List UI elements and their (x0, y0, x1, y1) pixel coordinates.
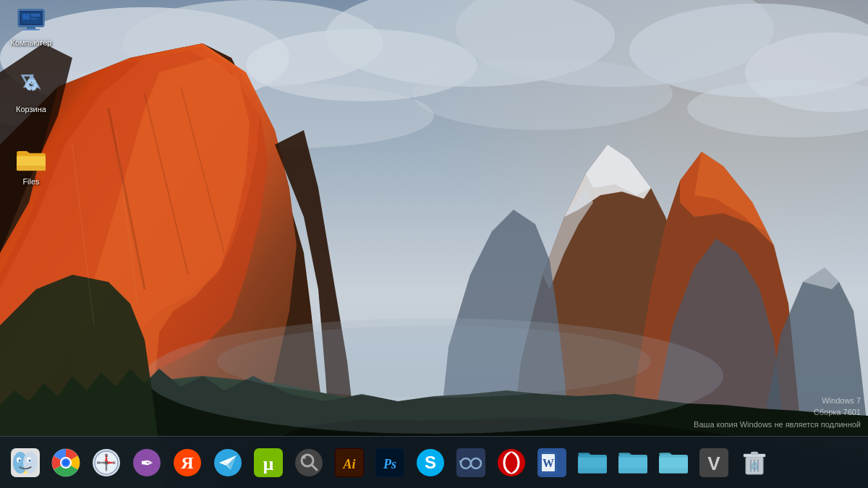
svg-point-35 (217, 325, 651, 398)
svg-text:Ai: Ai (342, 457, 355, 471)
svg-text:♻: ♻ (750, 461, 760, 472)
svg-rect-49 (31, 18, 37, 20)
taskbar-icon-safari[interactable]: N S W E (87, 443, 126, 482)
svg-point-70 (63, 460, 69, 466)
computer-icon-label: Компьютер (11, 38, 52, 48)
svg-point-11 (412, 58, 673, 130)
svg-rect-44 (27, 27, 35, 29)
taskbar-icon-utorrent[interactable]: µ (249, 443, 288, 482)
taskbar-icon-folder2[interactable] (613, 443, 652, 482)
taskbar: 📁 (0, 436, 868, 488)
taskbar-icon-yandex[interactable]: Я (168, 443, 207, 482)
svg-rect-57 (17, 166, 46, 171)
taskbar-icon-chrome[interactable] (46, 443, 85, 482)
taskbar-icon-feather[interactable]: ✒ (127, 443, 166, 482)
taskbar-icon-opera[interactable] (492, 443, 531, 482)
svg-rect-48 (31, 14, 40, 17)
svg-text:V: V (707, 453, 720, 474)
svg-point-93 (303, 456, 306, 459)
desktop-icon-recycle[interactable]: ♻ Корзина (6, 72, 56, 114)
recycle-icon-label: Корзина (16, 105, 46, 114)
svg-rect-121 (618, 468, 647, 473)
svg-rect-124 (659, 468, 688, 473)
desktop-icon-files[interactable]: Files (6, 145, 56, 187)
svg-text:W: W (542, 457, 554, 469)
svg-text:Ps: Ps (383, 457, 396, 471)
taskbar-icon-folder3[interactable] (654, 443, 693, 482)
svg-rect-47 (22, 14, 30, 20)
taskbar-icon-trash[interactable]: ♻ (735, 443, 774, 482)
desktop: Компьютер ♻ Корзина Files (0, 0, 868, 488)
computer-icon (16, 6, 46, 36)
svg-line-106 (460, 461, 461, 463)
taskbar-icon-finder[interactable]: 📁 (6, 443, 45, 482)
taskbar-icon-word[interactable]: W (532, 443, 571, 482)
svg-text:W: W (97, 461, 101, 465)
desktop-icon-computer[interactable]: Компьютер (6, 6, 56, 48)
svg-text:S: S (425, 453, 436, 472)
svg-rect-118 (578, 468, 607, 473)
svg-text:N: N (105, 453, 108, 458)
svg-text:📁: 📁 (23, 470, 28, 475)
svg-rect-45 (22, 29, 40, 30)
taskbar-icon-skype[interactable]: S (411, 443, 450, 482)
svg-text:Я: Я (181, 453, 193, 472)
files-icon-label: Files (22, 177, 39, 187)
taskbar-icon-presenter[interactable] (451, 443, 490, 482)
svg-point-65 (29, 459, 31, 461)
taskbar-icon-search[interactable] (289, 443, 328, 482)
svg-rect-129 (751, 452, 758, 455)
svg-text:✒: ✒ (140, 454, 153, 472)
svg-text:µ: µ (263, 453, 274, 474)
files-folder-icon (16, 145, 46, 175)
svg-point-64 (19, 459, 21, 461)
taskbar-icon-telegram[interactable] (208, 443, 247, 482)
taskbar-icon-folder1[interactable] (573, 443, 612, 482)
svg-text:♻: ♻ (24, 77, 38, 95)
taskbar-icon-illustrator[interactable]: Ai (330, 443, 369, 482)
taskbar-icon-v[interactable]: V (694, 443, 733, 482)
svg-point-78 (105, 461, 108, 464)
wallpaper (0, 0, 868, 488)
svg-point-90 (295, 449, 323, 476)
taskbar-icon-photoshop[interactable]: Ps (370, 443, 409, 482)
svg-point-111 (508, 453, 515, 473)
recycle-icon: ♻ (16, 72, 46, 103)
